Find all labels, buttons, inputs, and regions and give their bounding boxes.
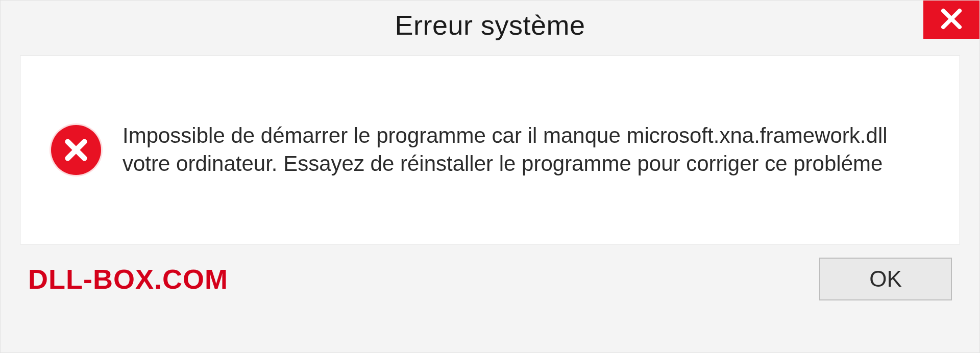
ok-button[interactable]: OK [819, 258, 952, 300]
error-message: Impossible de démarrer le programme car … [122, 122, 929, 178]
error-dialog: Erreur système Impossible de démarrer le… [0, 0, 980, 353]
icon-column [51, 125, 122, 175]
ok-button-label: OK [869, 266, 902, 292]
close-button[interactable] [923, 1, 979, 39]
dialog-footer: DLL-BOX.COM OK [1, 244, 979, 323]
titlebar: Erreur système [1, 1, 979, 49]
close-icon [939, 7, 964, 33]
error-icon [51, 125, 101, 175]
dialog-title: Erreur système [395, 9, 585, 41]
dialog-content: Impossible de démarrer le programme car … [20, 56, 960, 244]
brand-label: DLL-BOX.COM [28, 263, 228, 295]
